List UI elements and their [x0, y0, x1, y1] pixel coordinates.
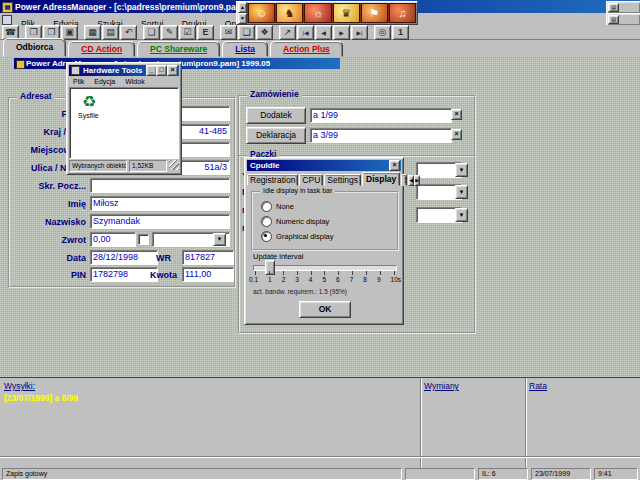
paczki-combo-2-arrow-icon[interactable]: ▼ [455, 185, 468, 199]
window-title: Power AdressManager - [c:\padress\premiu… [15, 2, 246, 12]
tab-cd-action-label: CD Action [81, 44, 122, 54]
float-scroll-down-icon[interactable]: ▼ [238, 13, 247, 24]
cartoon-icon-5[interactable]: ⚑ [361, 3, 388, 23]
tab-action-plus[interactable]: Action Plus [270, 41, 343, 57]
cpuidle-tab-cpu-info[interactable]: CPU Info [299, 174, 323, 186]
toolbar-button-confirm-record[interactable]: ☑ [179, 25, 196, 40]
toolbar-button-new-record[interactable]: ❏ [143, 25, 160, 40]
paczki-combo-1-arrow-icon[interactable]: ▼ [455, 163, 468, 177]
toolbar-button-pointer[interactable]: ↗ [279, 25, 296, 40]
cartoon-icon-4[interactable]: ♛ [333, 3, 360, 23]
child-system-icon[interactable] [2, 15, 12, 25]
wysylki-list-entry[interactable]: [23/07/1999] a 8/99 [4, 393, 78, 403]
ok-button[interactable]: OK [299, 301, 351, 318]
cartoon-icon-1[interactable]: ☺ [248, 3, 275, 23]
tab-lista[interactable]: Lista [222, 41, 268, 57]
dodatek-clear-button[interactable]: × [451, 109, 462, 120]
toolbar-button-first-record[interactable]: |◀ [297, 25, 314, 40]
hardware-tools-title: Hardware Tools [83, 66, 142, 75]
cpuidle-tab-registration[interactable]: Registration [247, 174, 298, 186]
cpuidle-tab-settings[interactable]: Settings [324, 174, 361, 186]
hw-resize-grip[interactable] [169, 160, 179, 170]
wr-input[interactable]: 817827 [182, 250, 234, 265]
hardware-tools-titlebar[interactable]: Hardware Tools _ □ × [69, 65, 179, 76]
cartoon-icon-6[interactable]: ♫ [389, 3, 416, 23]
data-label: Data [2, 252, 86, 265]
list-divider-1[interactable] [420, 378, 421, 468]
radio-none-label: None [276, 202, 294, 211]
adresat-group-title: Adresat [17, 92, 55, 101]
slider-tickmarks [255, 271, 395, 275]
zwrot-checkbox[interactable] [138, 234, 149, 245]
mini-window-1-icon[interactable]: ▤ [608, 3, 619, 12]
pin-input[interactable]: 1782798 [90, 267, 158, 282]
list-divider-2[interactable] [525, 378, 526, 468]
toolbar-button-window[interactable]: ❖ [256, 25, 273, 40]
toolbar-button-bold-e[interactable]: E [197, 25, 214, 40]
toolbar-button-edit-record[interactable]: ✎ [161, 25, 178, 40]
kwota-input[interactable]: 111,00 [182, 267, 234, 282]
toolbar-button-save[interactable]: ▣ [61, 25, 78, 40]
cpuidle-close-button[interactable]: × [389, 160, 400, 171]
idle-display-group-title: Idle display in task bar [260, 186, 335, 195]
tab-lista-label: Lista [235, 44, 255, 54]
radio-numeric-circle [261, 216, 272, 227]
deklaracja-button[interactable]: Deklaracja [246, 127, 306, 144]
toolbar-button-mail[interactable]: ✉ [220, 25, 237, 40]
wymiany-header[interactable]: Wymiany [424, 381, 459, 391]
tab-odbiorca-label: Odbiorca [16, 42, 53, 52]
recycle-icon-label[interactable]: Sysfile [78, 112, 99, 119]
rata-header[interactable]: Rata [529, 381, 547, 391]
zwrot-input[interactable]: 0,00 [90, 232, 136, 247]
toolbar: ☎ ❒ ❐ ▣ ▦ ▤ ↶ ❏ ✎ ☑ E ✉ ❑ ❖ ↗ |◀ ◀ ▶ ▶| … [0, 25, 640, 40]
toolbar-button-undo[interactable]: ↶ [120, 25, 137, 40]
tab-strip: Odbiorca CD Action PC Shareware Lista Ac… [0, 40, 640, 58]
zwrot-combo-arrow-icon[interactable]: ▼ [213, 233, 226, 246]
tab-odbiorca[interactable]: Odbiorca [3, 38, 66, 57]
nazwisko-input[interactable]: Szymandak [90, 214, 230, 229]
toolbar-button-next-record[interactable]: ▶ [333, 25, 350, 40]
deklaracja-clear-button[interactable]: × [451, 129, 462, 140]
toolbar-button-zoom[interactable]: ◎ [374, 25, 391, 40]
status-segment-date: 23/07/1999 [531, 468, 591, 480]
slider-note: act. bandw. requirem.: 1.5 (95%) [253, 288, 347, 295]
dodatek-input[interactable]: a 1/99 [310, 108, 452, 123]
hardware-tools-maximize-button[interactable]: □ [156, 65, 167, 76]
paczki-combo-3-arrow-icon[interactable]: ▼ [455, 208, 468, 222]
cpuidle-tabstrip: Registration CPU Info Settings Display S… [247, 173, 401, 186]
status-segment-time: 9:41 [594, 468, 638, 480]
wr-label: WR [156, 252, 178, 265]
lists-panel: Wysyłki: Wymiany Rata [23/07/1999] a 8/9… [0, 377, 640, 468]
radio-numeric-display[interactable]: Numeric display [261, 216, 329, 227]
deklaracja-input[interactable]: a 3/99 [310, 128, 452, 143]
toolbar-button-last-record[interactable]: ▶| [351, 25, 368, 40]
dodatek-button[interactable]: Dodatek [246, 107, 306, 124]
imie-input[interactable]: Miłosz [90, 196, 230, 211]
mini-window-2-icon[interactable]: ▤ [608, 15, 619, 24]
skr-pocz-input[interactable] [90, 178, 230, 193]
tab-cd-action[interactable]: CD Action [68, 41, 135, 57]
toolbar-button-table[interactable]: ▦ [84, 25, 101, 40]
cpuidle-tab-display[interactable]: Display [362, 172, 400, 186]
radio-none[interactable]: None [261, 201, 294, 212]
cartoon-icon-2[interactable]: ♞ [276, 3, 303, 23]
zwrot-label: Zwrot [2, 234, 86, 247]
toolbar-button-copy[interactable]: ❑ [238, 25, 255, 40]
client-area: Power AdresManager - [c:\padress\premium… [0, 57, 640, 377]
radio-graphical-circle [261, 231, 272, 242]
wysylki-header[interactable]: Wysyłki: [4, 381, 35, 391]
toolbar-button-prev-record[interactable]: ◀ [315, 25, 332, 40]
toolbar-button-page-one[interactable]: 1 [392, 25, 409, 40]
hardware-tools-close-button[interactable]: × [167, 65, 178, 76]
float-scroll-up-icon[interactable]: ▲ [238, 2, 247, 13]
toolbar-button-save-copy[interactable]: ▤ [102, 25, 119, 40]
tab-scroll-right-icon[interactable]: ▶ [414, 175, 420, 186]
radio-graphical-display[interactable]: Graphical display [261, 231, 334, 242]
cartoon-icon-3[interactable]: ☼ [304, 3, 331, 23]
data-input[interactable]: 28/12/1998 [90, 250, 158, 265]
cpuidle-titlebar[interactable]: CpuIdle × [247, 160, 401, 171]
recycle-icon[interactable]: ♻ [82, 92, 96, 111]
tab-pc-shareware[interactable]: PC Shareware [137, 41, 220, 57]
zamowienie-groupbox: Zamówienie [238, 95, 476, 157]
cpuidle-tab-statistics[interactable]: Stati [401, 174, 407, 186]
